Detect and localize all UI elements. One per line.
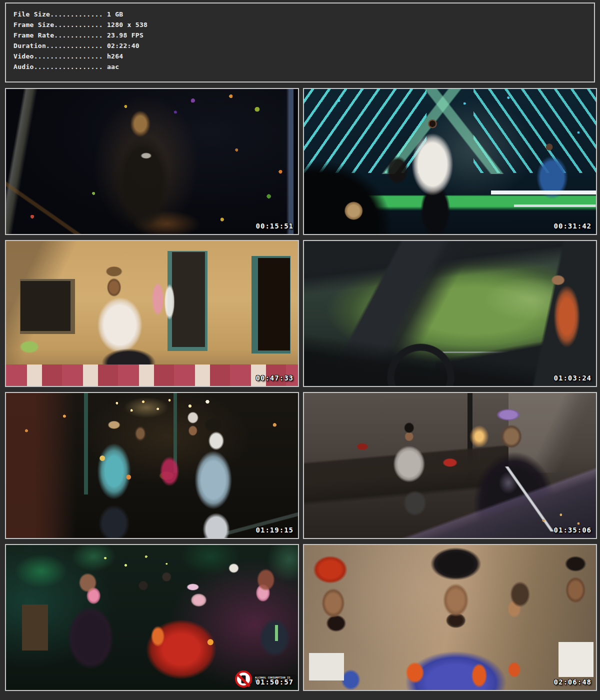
thumbnail-8: 02:06:48 bbox=[303, 544, 597, 691]
scene-neon-stage-performance bbox=[304, 89, 596, 234]
scene-night-street-group bbox=[6, 393, 298, 538]
scene-car-interior-open-door bbox=[304, 241, 596, 386]
thumbnail-4: 01:03:24 bbox=[303, 240, 597, 387]
scene-courtyard-man-on-bed bbox=[6, 241, 298, 386]
thumbnail-grid: 00:15:51 00:31:42 00:47:33 01:03:24 01:1… bbox=[5, 88, 597, 691]
thumbnail-5: 01:19:15 bbox=[5, 392, 299, 539]
thumbnail-6: 01:35:06 bbox=[303, 392, 597, 539]
no-alcohol-icon bbox=[235, 670, 252, 688]
scene-concert-confetti-singer bbox=[6, 89, 298, 234]
file-size-line: File Size............. 1 GB bbox=[14, 9, 594, 20]
timestamp-label: 01:19:15 bbox=[256, 526, 294, 534]
thumbnail-2: 00:31:42 bbox=[303, 88, 597, 235]
scene-recording-studio-session bbox=[304, 393, 596, 538]
thumbnail-1: 00:15:51 bbox=[5, 88, 299, 235]
timestamp-label: 01:35:06 bbox=[554, 526, 592, 534]
timestamp-label: 01:50:57 bbox=[256, 678, 294, 686]
audio-codec-line: Audio................. aac bbox=[14, 62, 594, 72]
frame-size-line: Frame Size............ 1280 x 538 bbox=[14, 20, 594, 30]
video-codec-line: Video................. h264 bbox=[14, 51, 594, 62]
file-info-panel: File Size............. 1 GB Frame Size..… bbox=[5, 2, 595, 82]
timestamp-label: 00:47:33 bbox=[256, 374, 294, 382]
scene-neon-party-crowd bbox=[6, 545, 298, 690]
timestamp-label: 00:31:42 bbox=[554, 222, 592, 230]
thumbnail-3: 00:47:33 bbox=[5, 240, 299, 387]
timestamp-label: 02:06:48 bbox=[554, 678, 592, 686]
timestamp-label: 00:15:51 bbox=[256, 222, 294, 230]
scene-close-up-beanie-man bbox=[304, 545, 596, 690]
frame-rate-line: Frame Rate............ 23.98 FPS bbox=[14, 30, 594, 40]
timestamp-label: 01:03:24 bbox=[554, 374, 592, 382]
duration-line: Duration.............. 02:22:40 bbox=[14, 40, 594, 51]
thumbnail-7: ALCOHOL CONSUMPTION IS IN 01:50:57 bbox=[5, 544, 299, 691]
